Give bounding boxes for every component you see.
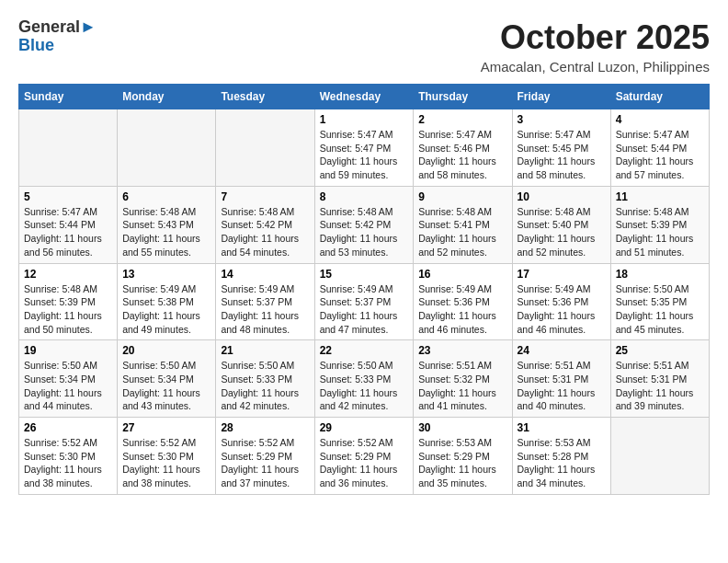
calendar-cell <box>216 109 314 187</box>
day-number: 18 <box>616 268 704 281</box>
day-number: 29 <box>320 421 409 434</box>
day-info: Sunrise: 5:47 AMSunset: 5:46 PMDaylight:… <box>418 128 506 182</box>
page-header: General► Blue October 2025 Amacalan, Cen… <box>18 18 710 75</box>
day-info: Sunrise: 5:48 AMSunset: 5:39 PMDaylight:… <box>24 282 112 337</box>
calendar-week-row: 1Sunrise: 5:47 AMSunset: 5:47 PMDaylight… <box>19 109 710 187</box>
calendar-cell: 19Sunrise: 5:50 AMSunset: 5:34 PMDayligh… <box>19 340 118 418</box>
day-info: Sunrise: 5:53 AMSunset: 5:28 PMDaylight:… <box>518 436 606 490</box>
weekday-header: Wednesday <box>314 85 414 109</box>
day-info: Sunrise: 5:50 AMSunset: 5:34 PMDaylight:… <box>122 359 210 413</box>
calendar-cell: 7Sunrise: 5:48 AMSunset: 5:42 PMDaylight… <box>216 186 314 263</box>
calendar-cell <box>610 418 709 495</box>
logo-text: General► <box>18 18 97 37</box>
day-info: Sunrise: 5:48 AMSunset: 5:43 PMDaylight:… <box>122 205 210 259</box>
title-block: October 2025 Amacalan, Central Luzon, Ph… <box>481 18 710 75</box>
calendar-cell: 20Sunrise: 5:50 AMSunset: 5:34 PMDayligh… <box>118 340 216 418</box>
day-info: Sunrise: 5:49 AMSunset: 5:37 PMDaylight:… <box>221 282 309 337</box>
calendar-week-row: 5Sunrise: 5:47 AMSunset: 5:44 PMDaylight… <box>19 186 710 263</box>
logo-blue: Blue <box>18 37 97 55</box>
day-number: 21 <box>221 344 309 357</box>
day-info: Sunrise: 5:50 AMSunset: 5:35 PMDaylight:… <box>616 282 704 337</box>
day-info: Sunrise: 5:47 AMSunset: 5:47 PMDaylight:… <box>320 128 409 182</box>
day-info: Sunrise: 5:52 AMSunset: 5:29 PMDaylight:… <box>320 436 409 490</box>
day-number: 10 <box>518 190 606 203</box>
day-number: 2 <box>418 113 506 126</box>
day-info: Sunrise: 5:48 AMSunset: 5:41 PMDaylight:… <box>418 205 506 259</box>
month-title: October 2025 <box>481 18 710 57</box>
day-number: 15 <box>320 268 409 281</box>
calendar-cell: 17Sunrise: 5:49 AMSunset: 5:36 PMDayligh… <box>512 263 610 340</box>
calendar-cell: 11Sunrise: 5:48 AMSunset: 5:39 PMDayligh… <box>610 186 709 263</box>
day-number: 27 <box>122 421 210 434</box>
day-number: 14 <box>221 268 309 281</box>
day-info: Sunrise: 5:51 AMSunset: 5:32 PMDaylight:… <box>418 359 506 413</box>
day-info: Sunrise: 5:52 AMSunset: 5:30 PMDaylight:… <box>24 436 112 490</box>
day-info: Sunrise: 5:53 AMSunset: 5:29 PMDaylight:… <box>418 436 506 490</box>
weekday-header: Tuesday <box>216 85 314 109</box>
weekday-header: Thursday <box>414 85 512 109</box>
day-number: 16 <box>418 268 506 281</box>
calendar-cell <box>118 109 216 187</box>
calendar-week-row: 12Sunrise: 5:48 AMSunset: 5:39 PMDayligh… <box>19 263 710 340</box>
day-number: 4 <box>616 113 704 126</box>
weekday-header: Saturday <box>610 85 709 109</box>
calendar-cell: 28Sunrise: 5:52 AMSunset: 5:29 PMDayligh… <box>216 418 314 495</box>
day-number: 7 <box>221 190 309 203</box>
day-info: Sunrise: 5:47 AMSunset: 5:44 PMDaylight:… <box>616 128 704 182</box>
calendar-cell: 22Sunrise: 5:50 AMSunset: 5:33 PMDayligh… <box>314 340 414 418</box>
calendar-cell: 1Sunrise: 5:47 AMSunset: 5:47 PMDaylight… <box>314 109 414 187</box>
day-number: 6 <box>122 190 210 203</box>
calendar-cell: 6Sunrise: 5:48 AMSunset: 5:43 PMDaylight… <box>118 186 216 263</box>
logo-general: General <box>18 17 80 36</box>
weekday-header: Sunday <box>19 85 118 109</box>
day-info: Sunrise: 5:49 AMSunset: 5:38 PMDaylight:… <box>122 282 210 337</box>
calendar-cell: 16Sunrise: 5:49 AMSunset: 5:36 PMDayligh… <box>414 263 512 340</box>
day-number: 19 <box>24 344 112 357</box>
day-number: 23 <box>418 344 506 357</box>
day-info: Sunrise: 5:48 AMSunset: 5:42 PMDaylight:… <box>320 205 409 259</box>
calendar-cell: 18Sunrise: 5:50 AMSunset: 5:35 PMDayligh… <box>610 263 709 340</box>
calendar-cell: 5Sunrise: 5:47 AMSunset: 5:44 PMDaylight… <box>19 186 118 263</box>
day-info: Sunrise: 5:47 AMSunset: 5:45 PMDaylight:… <box>518 128 606 182</box>
calendar-week-row: 26Sunrise: 5:52 AMSunset: 5:30 PMDayligh… <box>19 418 710 495</box>
calendar-cell: 9Sunrise: 5:48 AMSunset: 5:41 PMDaylight… <box>414 186 512 263</box>
calendar-cell: 4Sunrise: 5:47 AMSunset: 5:44 PMDaylight… <box>610 109 709 187</box>
calendar-cell: 21Sunrise: 5:50 AMSunset: 5:33 PMDayligh… <box>216 340 314 418</box>
calendar-cell: 26Sunrise: 5:52 AMSunset: 5:30 PMDayligh… <box>19 418 118 495</box>
day-number: 8 <box>320 190 409 203</box>
weekday-header: Monday <box>118 85 216 109</box>
calendar-cell: 24Sunrise: 5:51 AMSunset: 5:31 PMDayligh… <box>512 340 610 418</box>
day-number: 1 <box>320 113 409 126</box>
calendar-cell: 23Sunrise: 5:51 AMSunset: 5:32 PMDayligh… <box>414 340 512 418</box>
calendar-cell <box>19 109 118 187</box>
calendar-week-row: 19Sunrise: 5:50 AMSunset: 5:34 PMDayligh… <box>19 340 710 418</box>
day-number: 13 <box>122 268 210 281</box>
day-info: Sunrise: 5:50 AMSunset: 5:34 PMDaylight:… <box>24 359 112 413</box>
logo: General► Blue <box>18 18 97 55</box>
day-number: 20 <box>122 344 210 357</box>
day-info: Sunrise: 5:50 AMSunset: 5:33 PMDaylight:… <box>221 359 309 413</box>
day-number: 25 <box>616 344 704 357</box>
day-number: 17 <box>518 268 606 281</box>
calendar-cell: 13Sunrise: 5:49 AMSunset: 5:38 PMDayligh… <box>118 263 216 340</box>
calendar-cell: 2Sunrise: 5:47 AMSunset: 5:46 PMDaylight… <box>414 109 512 187</box>
day-number: 22 <box>320 344 409 357</box>
day-info: Sunrise: 5:52 AMSunset: 5:29 PMDaylight:… <box>221 436 309 490</box>
calendar-cell: 3Sunrise: 5:47 AMSunset: 5:45 PMDaylight… <box>512 109 610 187</box>
day-number: 24 <box>518 344 606 357</box>
calendar-cell: 30Sunrise: 5:53 AMSunset: 5:29 PMDayligh… <box>414 418 512 495</box>
calendar-cell: 8Sunrise: 5:48 AMSunset: 5:42 PMDaylight… <box>314 186 414 263</box>
day-number: 28 <box>221 421 309 434</box>
weekday-header: Friday <box>512 85 610 109</box>
calendar-cell: 29Sunrise: 5:52 AMSunset: 5:29 PMDayligh… <box>314 418 414 495</box>
calendar-table: SundayMondayTuesdayWednesdayThursdayFrid… <box>18 84 710 495</box>
day-info: Sunrise: 5:49 AMSunset: 5:36 PMDaylight:… <box>418 282 506 337</box>
day-info: Sunrise: 5:51 AMSunset: 5:31 PMDaylight:… <box>616 359 704 413</box>
day-info: Sunrise: 5:52 AMSunset: 5:30 PMDaylight:… <box>122 436 210 490</box>
day-number: 3 <box>518 113 606 126</box>
day-info: Sunrise: 5:47 AMSunset: 5:44 PMDaylight:… <box>24 205 112 259</box>
day-number: 31 <box>518 421 606 434</box>
day-info: Sunrise: 5:48 AMSunset: 5:42 PMDaylight:… <box>221 205 309 259</box>
day-info: Sunrise: 5:48 AMSunset: 5:39 PMDaylight:… <box>616 205 704 259</box>
day-info: Sunrise: 5:49 AMSunset: 5:37 PMDaylight:… <box>320 282 409 337</box>
